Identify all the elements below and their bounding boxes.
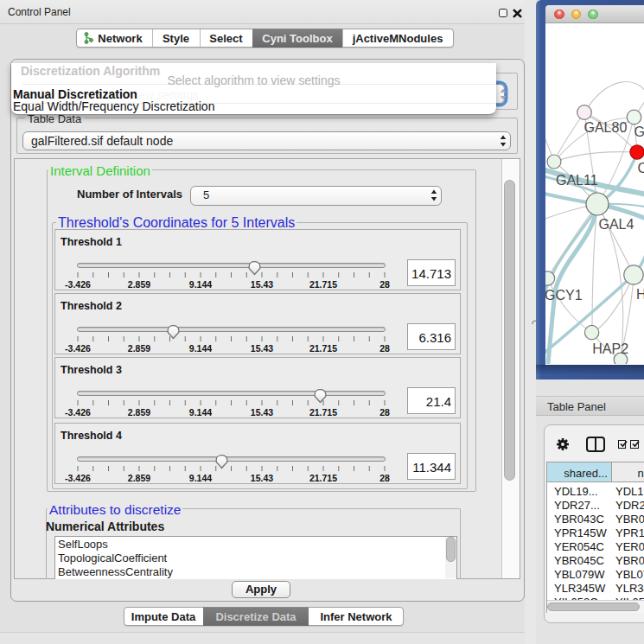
svg-text:GAL80: GAL80 xyxy=(584,120,628,135)
svg-text:GCY1: GCY1 xyxy=(545,288,583,303)
svg-text:GAL11: GAL11 xyxy=(556,173,598,188)
svg-text:C: C xyxy=(638,161,644,175)
svg-text:GA: GA xyxy=(634,124,644,139)
svg-text:HAP2: HAP2 xyxy=(592,341,628,356)
svg-text:GAL4: GAL4 xyxy=(599,217,634,232)
svg-text:H: H xyxy=(636,287,644,302)
